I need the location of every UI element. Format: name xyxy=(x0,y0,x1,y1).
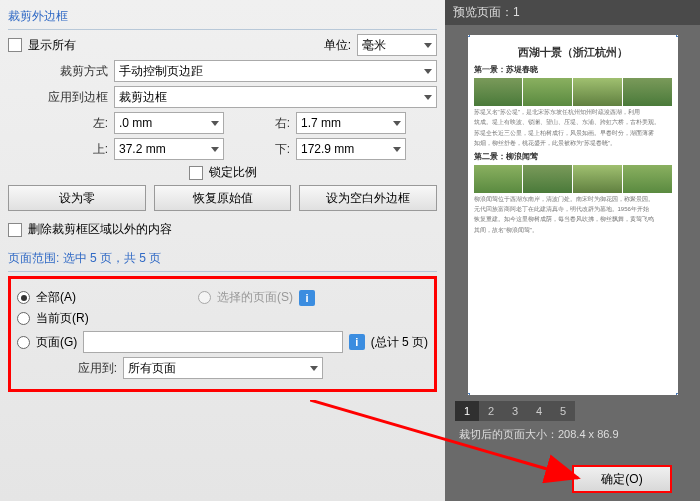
radio-selected[interactable] xyxy=(198,291,211,304)
bottom-margin-input[interactable]: 172.9 mm xyxy=(296,138,406,160)
crop-method-label: 裁剪方式 xyxy=(8,63,108,80)
chevron-down-icon xyxy=(310,366,318,371)
radio-current-label: 当前页(R) xyxy=(36,310,89,327)
radio-pages[interactable] xyxy=(17,336,30,349)
delete-outside-label: 删除裁剪框区域以外的内容 xyxy=(28,221,172,238)
bottom-margin-label: 下: xyxy=(230,141,290,158)
set-blank-button[interactable]: 设为空白外边框 xyxy=(299,185,437,211)
crop-size-label: 裁切后的页面大小：208.4 x 86.9 xyxy=(455,421,690,448)
total-pages-label: (总计 5 页) xyxy=(371,334,428,351)
range-header: 页面范围: 选中 5 页，共 5 页 xyxy=(8,246,437,272)
lock-ratio-checkbox[interactable] xyxy=(189,166,203,180)
delete-outside-checkbox[interactable] xyxy=(8,223,22,237)
chevron-down-icon xyxy=(393,121,401,126)
chevron-down-icon xyxy=(211,147,219,152)
left-margin-label: 左: xyxy=(8,115,108,132)
page-1[interactable]: 1 xyxy=(455,401,479,421)
radio-selected-label: 选择的页面(S) xyxy=(217,289,293,306)
show-all-label: 显示所有 xyxy=(28,37,76,54)
page-3[interactable]: 3 xyxy=(503,401,527,421)
apply-border-select[interactable]: 裁剪边框 xyxy=(114,86,437,108)
preview-panel: 预览页面：1 西湖十景（浙江杭州） 第一景：苏堤春晓 苏堤又名"苏公堤"，是北宋… xyxy=(445,0,700,501)
page-2[interactable]: 2 xyxy=(479,401,503,421)
radio-current[interactable] xyxy=(17,312,30,325)
crop-method-select[interactable]: 手动控制页边距 xyxy=(114,60,437,82)
radio-all-label: 全部(A) xyxy=(36,289,76,306)
chevron-down-icon xyxy=(424,43,432,48)
restore-button[interactable]: 恢复原始值 xyxy=(154,185,292,211)
apply-to-label: 应用到: xyxy=(17,360,117,377)
radio-all[interactable] xyxy=(17,291,30,304)
radio-pages-label: 页面(G) xyxy=(36,334,77,351)
unit-select[interactable]: 毫米 xyxy=(357,34,437,56)
pages-input[interactable] xyxy=(83,331,342,353)
apply-to-select[interactable]: 所有页面 xyxy=(123,357,323,379)
doc-h1: 第一景：苏堤春晓 xyxy=(474,64,672,75)
info-icon: i xyxy=(299,290,315,306)
chevron-down-icon xyxy=(424,69,432,74)
right-margin-label: 右: xyxy=(230,115,290,132)
chevron-down-icon xyxy=(424,95,432,100)
unit-label: 单位: xyxy=(324,37,351,54)
page-4[interactable]: 4 xyxy=(527,401,551,421)
doc-title: 西湖十景（浙江杭州） xyxy=(474,45,672,60)
chevron-down-icon xyxy=(393,147,401,152)
page-5[interactable]: 5 xyxy=(551,401,575,421)
top-margin-label: 上: xyxy=(8,141,108,158)
show-all-checkbox[interactable] xyxy=(8,38,22,52)
preview-page: 西湖十景（浙江杭州） 第一景：苏堤春晓 苏堤又名"苏公堤"，是北宋苏东坡任杭州知… xyxy=(468,35,678,395)
set-zero-button[interactable]: 设为零 xyxy=(8,185,146,211)
left-margin-input[interactable]: .0 mm xyxy=(114,112,224,134)
ok-button[interactable]: 确定(O) xyxy=(572,465,672,493)
page-range-highlight: 全部(A) 选择的页面(S) i 当前页(R) 页面(G) i (总计 5 页)… xyxy=(8,276,437,392)
lock-ratio-label: 锁定比例 xyxy=(209,164,257,181)
chevron-down-icon xyxy=(211,121,219,126)
crop-header: 裁剪外边框 xyxy=(8,4,437,30)
info-icon: i xyxy=(349,334,365,350)
pager: 1 2 3 4 5 xyxy=(455,401,690,421)
top-margin-input[interactable]: 37.2 mm xyxy=(114,138,224,160)
right-margin-input[interactable]: 1.7 mm xyxy=(296,112,406,134)
apply-border-label: 应用到边框 xyxy=(8,89,108,106)
left-panel: 裁剪外边框 显示所有 单位: 毫米 裁剪方式 手动控制页边距 应用到边框 裁剪边… xyxy=(0,0,445,501)
doc-h2: 第二景：柳浪闻莺 xyxy=(474,151,672,162)
preview-header: 预览页面：1 xyxy=(445,0,700,25)
